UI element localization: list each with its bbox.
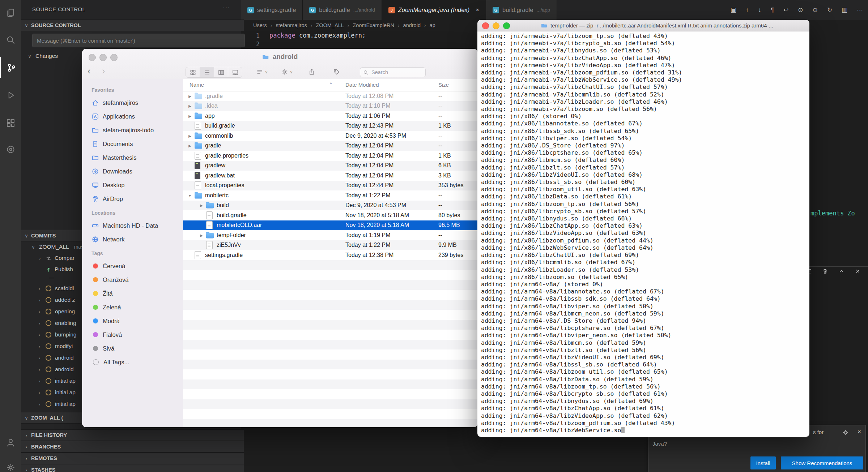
sidebar-item-all-tags[interactable]: All Tags... (82, 355, 183, 369)
section-branches[interactable]: ›BRANCHES (21, 441, 244, 452)
file-row-idea[interactable]: ▶.ideaToday at 1:10 PM-- (183, 101, 477, 111)
breadcrumb-item[interactable]: android (403, 22, 421, 28)
publish-node[interactable]: Publish (37, 264, 73, 275)
column-view-button[interactable] (214, 67, 228, 77)
group-button[interactable]: ∨ (252, 67, 272, 77)
activity-explorer[interactable] (0, 2, 21, 23)
close-tab-icon[interactable]: × (476, 7, 479, 14)
notification-settings-icon[interactable] (842, 429, 848, 435)
sidebar-item-zelen[interactable]: Zelená (82, 300, 183, 314)
install-button[interactable]: Install (750, 456, 776, 469)
sidebar-item-documents[interactable]: Documents (82, 137, 183, 151)
activity-search[interactable] (0, 29, 21, 50)
column-name[interactable]: Name (190, 82, 204, 88)
sidebar-item-siv[interactable]: Sivá (82, 342, 183, 355)
sidebar-item-lt[interactable]: Žltá (82, 287, 183, 300)
file-row-commonlib[interactable]: ▶commonlibDec 9, 2020 at 4:53 PM-- (183, 131, 477, 141)
back-button[interactable]: ‹ (88, 66, 90, 76)
revert-file-icon[interactable]: ↩ (783, 6, 788, 14)
activity-run-debug[interactable] (0, 85, 21, 106)
action-button[interactable]: ∨ (277, 67, 297, 77)
editor-tab-build-gradle[interactable]: Gbuild.gradle.../android (303, 0, 382, 20)
file-row-gradle[interactable]: ▶.gradleToday at 12:08 PM-- (183, 91, 477, 101)
disclosure-icon[interactable]: ▶ (199, 233, 204, 237)
more-actions-icon[interactable]: ··· (857, 7, 863, 14)
kill-terminal-icon[interactable] (822, 268, 828, 274)
editor-tab-build-gradle[interactable]: Gbuild.gradle.../app (486, 0, 557, 20)
file-history-icon[interactable]: ↻ (827, 6, 832, 14)
breadcrumb-item[interactable]: ap (430, 22, 435, 28)
disclosure-icon[interactable]: ▶ (187, 94, 192, 98)
disclosure-open-icon[interactable]: ▼ (187, 193, 192, 197)
repo-node[interactable]: ∨ ZOOM_ALL master (30, 241, 90, 252)
file-row-mobilertcold-aar[interactable]: mobilertcOLD.aarNov 18, 2020 at 5:18 AM9… (183, 220, 477, 231)
file-row-gradle[interactable]: ▶gradleToday at 12:04 PM-- (183, 141, 477, 151)
tags-button[interactable] (329, 67, 344, 77)
activity-accounts[interactable] (0, 432, 21, 453)
previous-change-icon[interactable]: ↑ (746, 7, 749, 14)
minimize-window-button[interactable] (493, 22, 499, 29)
sidebar-item-modr[interactable]: Modrá (82, 314, 183, 328)
scm-provider-section[interactable]: ∨ SOURCE CONTROL (21, 20, 244, 31)
changes-node[interactable]: ∨ Changes (27, 51, 58, 61)
section-stashes[interactable]: ›STASHES (21, 464, 244, 472)
sidebar-item-oran-ov[interactable]: Oranžová (82, 273, 183, 287)
list-view-button[interactable] (200, 67, 214, 77)
file-row-settings-gradle[interactable]: settings.gradleToday at 12:38 PM239 byte… (183, 250, 477, 260)
sidebar-item-stefanmajiros[interactable]: stefanmajiros (82, 96, 183, 110)
file-annotations-icon[interactable]: ⊙ (812, 6, 817, 14)
file-row-gradle-properties[interactable]: gradle.propertiesToday at 12:04 PM1 KB (183, 151, 477, 161)
file-row-build-gradle[interactable]: build.gradleNov 18, 2020 at 5:18 AM80 by… (183, 210, 477, 220)
toggle-whitespace-icon[interactable]: ¶ (771, 7, 774, 14)
next-change-icon[interactable]: ↓ (758, 7, 761, 14)
maximize-panel-icon[interactable] (838, 268, 844, 274)
breadcrumb-item[interactable]: stefanmajiros (276, 22, 307, 28)
notification-close-icon[interactable]: × (858, 428, 861, 435)
compare-node[interactable]: › Compar (37, 253, 75, 263)
file-row-mobilertc[interactable]: ▼mobilertcToday at 1:22 PM-- (183, 190, 477, 201)
file-row-build-gradle[interactable]: build.gradleToday at 12:43 PM1 KB (183, 121, 477, 131)
sidebar-item-network[interactable]: Network (82, 232, 183, 246)
section-file-history[interactable]: ›FILE HISTORY (21, 429, 244, 441)
sidebar-item-downloads[interactable]: Downloads (82, 164, 183, 178)
disclosure-icon[interactable]: ▶ (187, 144, 192, 148)
open-changes-icon[interactable]: ▣ (731, 6, 736, 14)
activity-settings[interactable] (0, 457, 21, 472)
column-date-modified[interactable]: Date Modified (345, 82, 379, 88)
activity-source-control[interactable] (0, 57, 22, 78)
file-row-zie5jnvv[interactable]: ziE5JnVvToday at 1:22 PM9.9 MB (183, 240, 477, 250)
breadcrumb-item[interactable]: ZOOM_ALL (316, 22, 344, 28)
sidebar-item-macintosh-hd-data[interactable]: Macintosh HD - Data (82, 219, 183, 232)
gallery-view-button[interactable] (228, 67, 242, 77)
file-row-app[interactable]: ▶appToday at 1:06 PM-- (183, 111, 477, 121)
search-field[interactable] (360, 67, 426, 77)
sidebar-item-desktop[interactable]: Desktop (82, 178, 183, 192)
close-panel-icon[interactable] (855, 268, 861, 274)
activity-gitlens[interactable] (0, 139, 21, 160)
sidebar-item-masterthesis[interactable]: Masterthesis (82, 151, 183, 164)
activity-extensions[interactable] (0, 112, 21, 133)
sidebar-item-airdrop[interactable]: AirDrop (82, 192, 183, 206)
section-remotes[interactable]: ›REMOTES (21, 452, 244, 464)
disclosure-icon[interactable]: ▶ (187, 104, 192, 108)
disclosure-icon[interactable]: ▶ (187, 114, 192, 118)
editor-tab-zoommanager-java-index[interactable]: JZoomManager.java (Index)× (382, 0, 486, 20)
breadcrumb-item[interactable]: ZoomExampleRN (353, 22, 394, 28)
breadcrumb-item[interactable]: Users (253, 22, 267, 28)
sidebar-item-fialov[interactable]: Fialová (82, 328, 183, 342)
split-editor-icon[interactable]: ▥ (842, 6, 847, 14)
column-size[interactable]: Size (438, 82, 449, 88)
editor-tab-settings-gradle[interactable]: Gsettings.gradle (241, 0, 303, 20)
icon-view-button[interactable] (186, 67, 200, 77)
sidebar-item-applications[interactable]: Applications (82, 110, 183, 123)
disclosure-icon[interactable]: ▶ (187, 134, 192, 138)
show-recommendations-button[interactable]: Show Recommendations (781, 456, 863, 469)
sidebar-item-stefan-majiros-todo[interactable]: stefan-majiros-todo (82, 123, 183, 137)
sidebar-item-erven[interactable]: Červená (82, 259, 183, 273)
file-row-local-properties[interactable]: local.propertiesToday at 12:44 PM353 byt… (183, 181, 477, 191)
share-button[interactable] (305, 67, 319, 77)
more-actions-icon[interactable]: ··· (223, 4, 230, 12)
forward-button[interactable]: › (102, 66, 105, 76)
search-input[interactable] (371, 69, 412, 76)
file-row-gradlew[interactable]: gradlewToday at 12:04 PM6 KB (183, 161, 477, 171)
